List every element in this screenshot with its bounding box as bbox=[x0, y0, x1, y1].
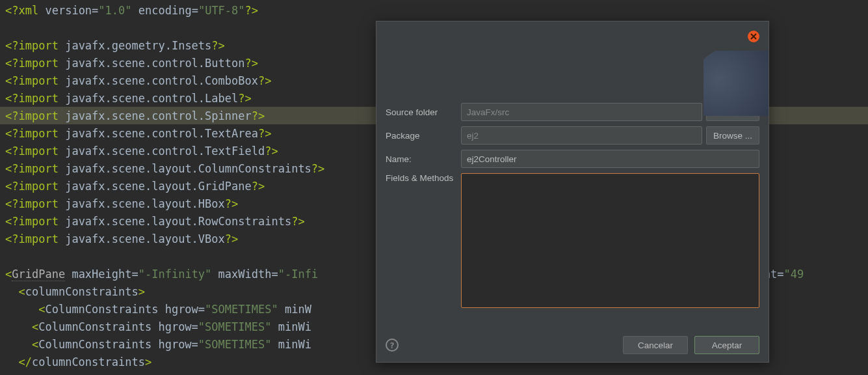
source-folder-input[interactable] bbox=[461, 103, 702, 121]
new-controller-dialog: Source folder Browse ... Package Browse … bbox=[376, 21, 769, 363]
accept-button[interactable]: Aceptar bbox=[694, 336, 759, 354]
code-content: <?import javafx.scene.control.ComboBox?> bbox=[5, 74, 271, 87]
code-content: <?import javafx.scene.layout.RowConstrai… bbox=[5, 215, 305, 228]
cancel-button[interactable]: Cancelar bbox=[623, 336, 688, 354]
code-content: <?import javafx.scene.control.Button?> bbox=[5, 57, 258, 70]
close-button[interactable] bbox=[748, 31, 759, 42]
code-content: <?import javafx.scene.layout.VBox?> bbox=[5, 232, 238, 245]
code-content: <?import javafx.scene.control.Spinner?> bbox=[5, 109, 265, 122]
code-content: <ColumnConstraints hgrow="SOMETIMES" min… bbox=[5, 338, 311, 351]
dialog-footer: ? Cancelar Aceptar bbox=[386, 336, 759, 354]
dialog-header bbox=[376, 21, 769, 103]
code-content: <?import javafx.scene.layout.ColumnConst… bbox=[5, 162, 324, 175]
code-content: <ColumnConstraints hgrow="SOMETIMES" min… bbox=[5, 320, 311, 333]
code-content: <columnConstraints> bbox=[5, 285, 145, 298]
code-content: <ColumnConstraints hgrow="SOMETIMES" min… bbox=[5, 303, 311, 316]
code-content: <?import javafx.geometry.Insets?> bbox=[5, 39, 225, 52]
help-icon[interactable]: ? bbox=[386, 339, 399, 352]
code-line[interactable]: <?xml version="1.0" encoding="UTF-8"?> bbox=[0, 1, 868, 19]
package-input[interactable] bbox=[461, 126, 702, 145]
code-content: <?import javafx.scene.layout.HBox?> bbox=[5, 197, 238, 210]
code-content: <?xml version="1.0" encoding="UTF-8"?> bbox=[5, 4, 258, 17]
dialog-body: Source folder Browse ... Package Browse … bbox=[376, 103, 769, 308]
package-label: Package bbox=[386, 131, 457, 141]
header-decoration bbox=[704, 51, 769, 116]
browse-package-button[interactable]: Browse ... bbox=[706, 126, 759, 145]
name-input[interactable] bbox=[461, 150, 759, 168]
name-label: Name: bbox=[386, 154, 457, 164]
fields-methods-label: Fields & Methods bbox=[386, 173, 457, 183]
close-icon bbox=[750, 33, 757, 40]
code-content: </columnConstraints> bbox=[5, 355, 151, 368]
code-content: <?import javafx.scene.control.TextArea?> bbox=[5, 127, 271, 140]
code-content: <?import javafx.scene.control.TextField?… bbox=[5, 145, 278, 158]
code-content: <?import javafx.scene.layout.GridPane?> bbox=[5, 180, 265, 193]
fields-methods-textarea[interactable] bbox=[461, 173, 759, 308]
source-folder-label: Source folder bbox=[386, 107, 457, 117]
code-content: <?import javafx.scene.control.Label?> bbox=[5, 92, 252, 105]
